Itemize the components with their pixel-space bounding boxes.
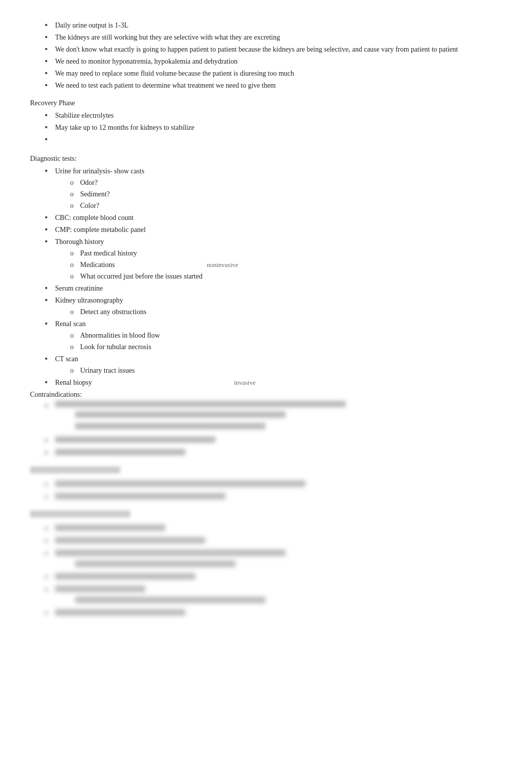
- sub-list-item: Detect any obstructions: [70, 307, 491, 317]
- diagnostic-list: Urine for urinalysis- show casts Odor? S…: [30, 166, 491, 388]
- list-item: Stabilize electrolytes: [45, 110, 491, 121]
- sub-list-ct: Urinary tract issues: [55, 365, 491, 376]
- list-item-kidney-ultrasono: Kidney ultrasonography Detect any obstru…: [45, 295, 491, 317]
- list-item: Daily urine output is 1-3L: [45, 20, 491, 31]
- invasive-label: invasive: [234, 379, 255, 386]
- list-item: We need to test each patient to determin…: [45, 80, 491, 91]
- list-item-thorough-history: Thorough history Past medical history Me…: [45, 236, 491, 282]
- list-item-cbc: CBC: complete blood count: [45, 212, 491, 223]
- noninvasive-label: noninvasive: [207, 261, 238, 269]
- contraindications-label: Contraindications:: [30, 391, 82, 398]
- list-item-urinalysis: Urine for urinalysis- show casts Odor? S…: [45, 166, 491, 211]
- list-item: The kidneys are still working but they a…: [45, 32, 491, 43]
- recovery-phase-heading: Recovery Phase: [30, 98, 491, 108]
- list-item-cmp: CMP: complete metabolic panel: [45, 224, 491, 235]
- sub-list-item-blood-flow: Abnormalities in blood flow: [70, 330, 491, 341]
- diagnostic-tests-heading: Diagnostic tests:: [30, 153, 491, 164]
- list-item: We need to monitor hyponatremia, hypokal…: [45, 56, 491, 67]
- list-item-renal-biopsy: Renal biopsy invasive: [45, 377, 491, 388]
- recovery-bullet-list: Stabilize electrolytes May take up to 12…: [30, 110, 491, 143]
- sub-list-item-medications: Medications noninvasive: [70, 259, 491, 270]
- list-item-serum-creatinine: Serum creatinine: [45, 283, 491, 294]
- blurred-section-3: [30, 510, 491, 619]
- list-item-renal-scan: Renal scan Abnormalities in blood flow L…: [45, 319, 491, 352]
- sub-list-item: What occurred just before the issues sta…: [70, 271, 491, 282]
- contraindications-section: Contraindications:: [30, 391, 491, 399]
- list-item: We don't know what exactly is going to h…: [45, 44, 491, 55]
- list-item-empty: [45, 134, 491, 143]
- sub-list-renal-scan: Abnormalities in blood flow Look for tub…: [55, 330, 491, 352]
- sub-list-urinalysis: Odor? Sediment? Color?: [55, 177, 491, 211]
- sub-list-kidney: Detect any obstructions: [55, 307, 491, 317]
- sub-list-history: Past medical history Medications noninva…: [55, 248, 491, 282]
- list-item: May take up to 12 months for kidneys to …: [45, 122, 491, 133]
- page-content: Daily urine output is 1-3L The kidneys a…: [30, 20, 491, 619]
- sub-list-item: Color?: [70, 200, 491, 211]
- list-item: We may need to replace some fluid volume…: [45, 68, 491, 79]
- sub-list-item: Odor?: [70, 177, 491, 188]
- sub-list-item-tubular-necrosis: Look for tubular necrosis: [70, 342, 491, 352]
- blurred-section-2: [30, 466, 491, 502]
- top-bullet-list: Daily urine output is 1-3L The kidneys a…: [30, 20, 491, 91]
- blurred-content-1: [30, 401, 491, 458]
- sub-list-item: Sediment?: [70, 189, 491, 199]
- sub-list-item: Past medical history: [70, 248, 491, 258]
- list-item-ct-scan: CT scan Urinary tract issues: [45, 354, 491, 376]
- sub-list-item: Urinary tract issues: [70, 365, 491, 376]
